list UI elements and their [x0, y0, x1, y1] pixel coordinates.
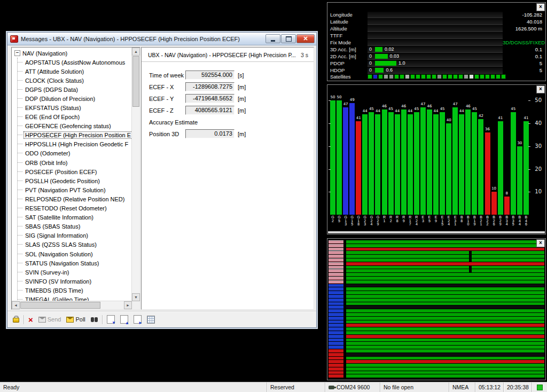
bar-value-label: 30: [516, 141, 523, 145]
tree-item-eoe[interactable]: EOE (End Of Epoch): [18, 113, 131, 122]
tree-item-timebds[interactable]: TIMEBDS (BDS Time): [18, 286, 131, 295]
close-icon[interactable]: ×: [536, 239, 545, 247]
field-label: Time of week: [149, 72, 185, 79]
history-row: [329, 262, 544, 265]
history-row: [329, 309, 544, 312]
collapse-icon[interactable]: −: [14, 50, 20, 56]
field-input[interactable]: -4719648.5652: [185, 94, 235, 103]
filter-button[interactable]: [90, 317, 99, 323]
page-next-button[interactable]: ►: [132, 315, 143, 324]
scroll-thumb[interactable]: [20, 302, 100, 309]
tree-item-odo[interactable]: ODO (Odometer): [18, 149, 131, 158]
minimize-button[interactable]: [265, 34, 280, 43]
tree-item-label: TIMEBDS (BDS Time): [24, 287, 84, 294]
bar-value-label: 47: [342, 102, 349, 106]
chart-scrollbar[interactable]: [328, 231, 545, 233]
tree-item-svin[interactable]: SVIN (Survey-in): [18, 268, 131, 277]
field-input[interactable]: -1289608.7275: [185, 82, 235, 91]
satellite-indicator: [474, 74, 479, 79]
signal-bar: [498, 121, 503, 215]
tree-item-label: EKFSTATUS (Status): [24, 105, 82, 111]
status-time-utc: 05:13:12: [475, 382, 504, 392]
field-input[interactable]: 0.0173: [185, 129, 235, 138]
status-indicator: [532, 382, 547, 392]
data-row-pdop: PDOP01.05: [329, 60, 544, 67]
lock-button[interactable]: [12, 316, 20, 323]
field-input[interactable]: 4080565.9121: [185, 106, 235, 115]
tree-item-status[interactable]: STATUS (Navigation Status): [18, 258, 131, 268]
tree-item-hpposecef[interactable]: HPPOSECEF (High Precision Position E: [18, 131, 131, 140]
history-row: [329, 258, 544, 262]
y-tick-label: 40: [535, 120, 542, 126]
data-value-strip: [368, 18, 503, 25]
tree-item-sat[interactable]: SAT (Satellite Information): [18, 213, 131, 222]
table-view-button[interactable]: [146, 315, 156, 324]
tree-item-posllh[interactable]: POSLLH (Geodetic Position): [18, 176, 131, 185]
history-row: [329, 313, 544, 316]
tree-item-label: DOP (Dilution of Precision): [24, 96, 96, 102]
scroll-left-icon[interactable]: ◄: [12, 301, 20, 309]
page-down-icon: ▼: [107, 315, 115, 324]
close-button[interactable]: ✕: [296, 34, 315, 43]
satellite-flag: [329, 302, 343, 305]
tree-item-sbas[interactable]: SBAS (SBAS Status): [18, 222, 131, 231]
tree-item-relposned[interactable]: RELPOSNED (Relative Position NED): [18, 194, 131, 203]
satellite-flag: [329, 269, 343, 272]
accuracy-section-label: Accuracy Estimate: [149, 119, 314, 126]
tree-item-att[interactable]: ATT (Attitude Solution): [18, 67, 131, 76]
page-first-button[interactable]: ▼: [106, 315, 116, 324]
tree-item-sig[interactable]: SIG (Signal Information): [18, 231, 131, 240]
history-row: [329, 299, 544, 302]
satellite-indicator: [480, 74, 485, 79]
poll-button[interactable]: Poll: [65, 316, 86, 323]
tree-horizontal-scrollbar[interactable]: ◄ ►: [12, 301, 132, 309]
satellite-flag: [329, 367, 343, 371]
tree-item-sol[interactable]: SOL (Navigation Solution): [18, 249, 131, 258]
data-row-label: Altitude: [329, 26, 368, 32]
detail-field-row: Position 3D0.0173[m]: [149, 129, 314, 138]
scroll-right-icon[interactable]: ►: [124, 301, 132, 309]
maximize-button[interactable]: [281, 34, 296, 43]
window-titlebar[interactable]: Messages - UBX - NAV (Navigation) - HPPO…: [7, 33, 316, 45]
scroll-thumb[interactable]: [132, 56, 139, 107]
tree-item-posecef[interactable]: POSECEF (Position ECEF): [18, 167, 131, 176]
data-value: 3D/DGNSS/FIXED: [503, 40, 544, 45]
history-gap: [469, 258, 472, 262]
tree-item-timegal[interactable]: TIMEGAL (Galileo Time): [18, 295, 131, 301]
tree-vertical-scrollbar[interactable]: ▲ ▼: [131, 48, 140, 301]
tree-item-label: STATUS (Navigation Status): [24, 260, 100, 266]
tree-item-aopstatus[interactable]: AOPSTATUS (AssistNow Autonomous: [18, 58, 131, 67]
satellite-history-rows: [329, 240, 544, 378]
tree-item-dop[interactable]: DOP (Dilution of Precision): [18, 94, 131, 103]
tree-item-ekfstatus[interactable]: EKFSTATUS (Status): [18, 103, 131, 112]
close-icon[interactable]: ×: [536, 3, 545, 11]
tree-item-resetodo[interactable]: RESETODO (Reset Odometer): [18, 204, 131, 213]
bar-x-label: B46: [522, 216, 530, 226]
history-track: [346, 371, 544, 374]
bar-value-label: 46: [400, 104, 408, 108]
field-input[interactable]: 592554.000: [185, 70, 235, 80]
data-value-strip: 01.0: [368, 60, 503, 67]
send-button[interactable]: Send: [37, 316, 62, 323]
tree-item-orb[interactable]: ORB (Orbit Info): [18, 158, 131, 167]
status-com-port[interactable]: COM24 9600: [325, 382, 380, 392]
history-track: [346, 327, 544, 331]
detail-header-title: UBX - NAV (Navigation) - HPPOSECEF (High…: [148, 52, 296, 58]
tree-item-pvt[interactable]: PVT (Navigation PVT Solution): [18, 185, 131, 194]
data-row-label: HDOP: [329, 67, 368, 73]
satellite-flag: [329, 353, 343, 356]
clear-button[interactable]: ×: [27, 316, 34, 324]
scroll-down-icon[interactable]: ▼: [132, 293, 140, 301]
tree-item-slas[interactable]: SLAS (QZSS SLAS Status): [18, 240, 131, 249]
page-prev-button[interactable]: ▲: [119, 315, 129, 324]
tree-item-hpposllh[interactable]: HPPOSLLH (High Precision Geodetic F: [18, 140, 131, 149]
tree-root-nav[interactable]: − NAV (Navigation): [13, 49, 131, 58]
data-row-ttff: TTFF: [329, 32, 544, 39]
tree-item-svinfo[interactable]: SVINFO (SV Information): [18, 277, 131, 286]
tree-item-clock[interactable]: CLOCK (Clock Status): [18, 76, 131, 85]
satellite-flag: [329, 280, 343, 284]
close-icon[interactable]: ×: [536, 85, 545, 93]
tree-item-dgps[interactable]: DGPS (DGPS Data): [18, 85, 131, 94]
tree-item-geofence[interactable]: GEOFENCE (Geofencing status): [18, 122, 131, 131]
scroll-up-icon[interactable]: ▲: [132, 48, 140, 56]
